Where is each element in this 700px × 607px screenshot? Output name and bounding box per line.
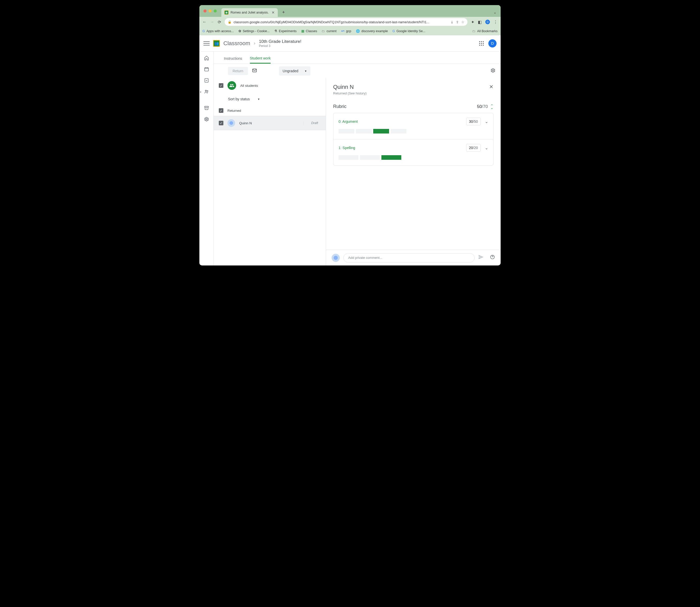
menu-icon[interactable] [204, 40, 210, 46]
tab-instructions[interactable]: Instructions [224, 57, 242, 64]
bookmark-item[interactable]: GGoogle Identity Se... [392, 29, 425, 33]
criterion-levels [338, 129, 488, 133]
comment-bar: Add private comment... [326, 250, 501, 266]
lock-icon: 🔒 [228, 20, 231, 24]
help-icon[interactable] [490, 254, 495, 261]
detail-student-name: Quinn N [333, 84, 493, 90]
student-row[interactable]: ✓ Quinn N Draft [214, 116, 326, 130]
send-icon[interactable] [478, 254, 484, 261]
people-icon[interactable]: ▸ [204, 89, 209, 95]
email-icon[interactable] [252, 68, 257, 74]
svg-point-7 [492, 70, 494, 71]
filter-dropdown[interactable]: Ungraded ▼ [279, 66, 310, 76]
todo-icon[interactable] [204, 78, 209, 83]
rubric-criterion: 0: Argument 30/50 ⌄ [333, 113, 493, 139]
rubric-label: Rubric [333, 104, 346, 109]
home-icon[interactable] [204, 55, 209, 61]
google-apps-icon[interactable] [479, 41, 484, 46]
course-title: 10th Grade Literature! [259, 39, 301, 44]
criterion-top[interactable]: 0: Argument 30/50 ⌄ [338, 118, 488, 125]
app-name[interactable]: Classroom [223, 40, 250, 47]
tab-close-icon[interactable]: ✕ [272, 11, 275, 15]
checkbox-group[interactable]: ✓ [219, 108, 223, 113]
svg-point-3 [207, 91, 208, 91]
share-icon[interactable]: ⇧ [456, 20, 459, 24]
return-button[interactable]: Return [228, 67, 248, 75]
group-icon [227, 81, 236, 90]
criterion-score-input[interactable]: 20/20 [466, 144, 481, 152]
classroom-logo-icon[interactable]: 👥 [213, 40, 220, 47]
install-app-icon[interactable]: ⤓ [451, 20, 453, 24]
browser-titlebar: ▦ Romeo and Juliet analysis. ✕ + ⌄ [199, 5, 501, 17]
bookmark-item[interactable]: ✿Settings - Cookie... [239, 29, 270, 33]
window-close-icon[interactable] [204, 9, 207, 13]
account-avatar[interactable]: D [488, 39, 496, 47]
tabs-overflow-icon[interactable]: ⌄ [493, 10, 496, 14]
window-zoom-icon[interactable] [214, 9, 217, 13]
sort-dropdown[interactable]: Sort by status ▼ [214, 93, 326, 105]
criterion-name: 1: Spelling [338, 146, 355, 150]
bookmark-item[interactable]: 🗀current [322, 29, 336, 33]
tab-student-work[interactable]: Student work [250, 56, 271, 64]
criterion-score-input[interactable]: 30/50 [466, 118, 481, 125]
level-cell[interactable] [382, 155, 401, 160]
bookmarks-bar: GApps with access... ✿Settings - Cookie.… [199, 27, 501, 35]
self-avatar-icon [332, 254, 340, 262]
nav-back-icon[interactable]: ← [202, 20, 207, 24]
rubric-header: Rubric 50/70 ⌃⌄ [333, 104, 493, 109]
app-header: 👥 Classroom › 10th Grade Literature! Per… [199, 35, 501, 51]
rubric-total: 50/70 [477, 104, 488, 109]
all-bookmarks[interactable]: 🗀All Bookmarks [472, 29, 498, 33]
gear-icon[interactable] [490, 68, 495, 74]
all-students-row[interactable]: ✓ All students [214, 78, 326, 93]
chevron-down-icon[interactable]: ⌄ [485, 146, 488, 150]
status-group-header: ✓ Returned [214, 105, 326, 116]
level-cell[interactable] [338, 129, 354, 133]
expand-collapse-icon[interactable]: ⌃⌄ [490, 105, 493, 109]
browser-menu-icon[interactable]: ⋮ [493, 20, 498, 24]
settings-icon[interactable] [204, 117, 209, 122]
close-icon[interactable]: ✕ [489, 84, 493, 90]
archive-icon[interactable] [204, 105, 209, 111]
bookmark-star-icon[interactable]: ☆ [461, 20, 465, 24]
bookmark-item[interactable]: GApps with access... [202, 29, 234, 33]
address-bar[interactable]: 🔒 classroom.google.com/u/0/c/NjEyMDI4ODI… [225, 18, 468, 26]
checkbox-all[interactable]: ✓ [219, 83, 223, 88]
private-comment-input[interactable]: Add private comment... [343, 253, 475, 263]
rubric-criterion: 1: Spelling 20/20 ⌄ [333, 139, 493, 165]
calendar-icon[interactable] [204, 66, 209, 72]
bookmark-item[interactable]: ⚗Experiments [274, 29, 296, 33]
new-tab-button[interactable]: + [280, 10, 287, 15]
caret-right-icon: ▸ [200, 90, 201, 93]
student-list: ✓ All students Sort by status ▼ ✓ Return… [214, 78, 326, 266]
bookmark-item[interactable]: ▦Classes [301, 29, 317, 33]
level-cell[interactable] [338, 155, 358, 160]
submission-status: Draft [303, 121, 321, 125]
nav-reload-icon[interactable]: ⟳ [218, 20, 221, 24]
browser-tab[interactable]: ▦ Romeo and Juliet analysis. ✕ [221, 8, 278, 17]
caret-down-icon: ▼ [258, 98, 260, 101]
sidepanel-icon[interactable]: ◧ [478, 20, 482, 24]
level-cell[interactable] [373, 129, 389, 133]
bookmark-item[interactable]: APIgcp [341, 29, 351, 33]
window-minimize-icon[interactable] [209, 9, 212, 13]
level-cell[interactable] [356, 129, 372, 133]
action-bar: Return Ungraded ▼ [214, 64, 501, 78]
level-cell[interactable] [360, 155, 380, 160]
svg-point-2 [205, 90, 207, 91]
nav-forward-icon[interactable]: → [210, 20, 214, 24]
criterion-levels [338, 155, 488, 160]
caret-down-icon: ▼ [305, 70, 307, 72]
course-breadcrumb[interactable]: 10th Grade Literature! Period 3 [259, 39, 301, 48]
level-cell[interactable] [391, 129, 407, 133]
bookmark-item[interactable]: 🌐discovery example [356, 29, 388, 33]
browser-profile-avatar[interactable]: D [485, 20, 490, 24]
checkbox-student[interactable]: ✓ [219, 121, 223, 125]
chevron-down-icon[interactable]: ⌄ [485, 119, 488, 124]
svg-point-5 [206, 119, 207, 120]
criterion-top[interactable]: 1: Spelling 20/20 ⌄ [338, 144, 488, 152]
detail-status[interactable]: Returned (See history) [333, 91, 493, 95]
student-avatar-icon [227, 119, 235, 127]
submission-detail: ✕ Quinn N Returned (See history) Rubric … [326, 78, 501, 266]
extensions-icon[interactable]: ✦ [471, 20, 474, 24]
